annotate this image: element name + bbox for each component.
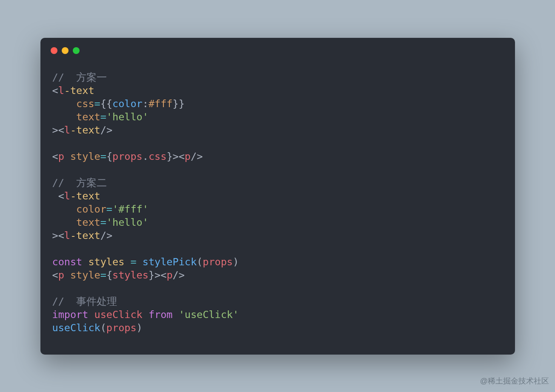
tag-text: -text [70, 190, 100, 202]
punct-slash: / [173, 269, 179, 281]
op-eq: = [100, 216, 106, 228]
punct-slash: / [100, 230, 106, 241]
op-eq: = [100, 269, 106, 281]
tag-l: l [64, 190, 70, 202]
punct-rb: } [149, 269, 154, 281]
tag-text: -text [70, 230, 100, 241]
tag-l: l [58, 85, 64, 97]
comment-slashes: // [52, 177, 77, 189]
punct-rp: ) [233, 256, 239, 268]
punct-lb: { [100, 98, 106, 110]
punct-lt: < [179, 151, 185, 162]
punct-lt: < [160, 269, 166, 281]
punct-slash: / [191, 151, 197, 162]
punct-rb: } [179, 98, 185, 110]
tag-p: p [185, 151, 191, 162]
fn-stylePick: stylePick [143, 256, 197, 268]
id-styles: styles [88, 256, 124, 268]
punct-sq: ' [106, 216, 112, 228]
comment-text: 方案二 [76, 177, 107, 189]
tag-l: l [64, 124, 70, 136]
tag-text: -text [70, 124, 100, 136]
punct-lt: < [52, 151, 58, 162]
indent [52, 203, 77, 215]
punct-sq: ' [143, 111, 149, 123]
op-eq: = [100, 151, 106, 162]
punct-sq: ' [112, 203, 118, 215]
punct-gt: > [173, 151, 179, 162]
id-styles: styles [112, 269, 149, 281]
str-fff: #fff [118, 203, 143, 215]
attr-style: style [70, 151, 100, 162]
punct-rb: } [173, 98, 179, 110]
punct-lt: < [52, 269, 58, 281]
punct-gt: > [179, 269, 185, 281]
attr-css: css [76, 98, 94, 110]
str-useClick: useClick [185, 309, 233, 321]
kw-const: const [52, 256, 83, 268]
punct-lt: < [58, 124, 64, 136]
punct-dot: . [143, 151, 149, 162]
code-window: // 方案一 <l-text css={{color:#fff}} text='… [40, 38, 515, 355]
indent [52, 111, 77, 123]
traffic-lights [51, 47, 503, 54]
punct-sq: ' [143, 216, 149, 228]
punct-lb: { [106, 151, 112, 162]
comment-text: 事件处理 [76, 295, 117, 307]
punct-lp: ( [197, 256, 203, 268]
attr-text: text [76, 216, 100, 228]
tag-l: l [64, 230, 70, 241]
str-hello: hello [112, 216, 143, 228]
kw-import: import [52, 309, 89, 321]
punct-slash: / [100, 124, 106, 136]
code-block: // 方案一 <l-text css={{color:#fff}} text='… [52, 71, 503, 335]
comment-slashes: // [52, 295, 77, 307]
punct-sq: ' [233, 309, 239, 321]
punct-sq: ' [179, 309, 185, 321]
fn-useClick: useClick [52, 322, 100, 334]
punct-lb: { [106, 269, 112, 281]
id-props: props [106, 322, 137, 334]
tag-p: p [58, 269, 64, 281]
punct-gt: > [52, 124, 58, 136]
punct-sq: ' [143, 203, 149, 215]
punct-lt: < [58, 230, 64, 241]
punct-lb: { [106, 98, 112, 110]
val-fff: #fff [149, 98, 173, 110]
punct-gt: > [106, 124, 112, 136]
id-props: props [203, 256, 233, 268]
punct-rp: ) [137, 322, 143, 334]
minimize-icon[interactable] [62, 47, 69, 54]
watermark: @稀土掘金技术社区 [480, 376, 549, 386]
comment-slashes: // [52, 71, 77, 83]
id-color: color [112, 98, 143, 110]
punct-gt: > [154, 269, 160, 281]
indent [52, 216, 77, 228]
tag-p: p [58, 151, 64, 162]
attr-text: text [76, 111, 100, 123]
punct-sq: ' [106, 111, 112, 123]
punct-colon: : [143, 98, 149, 110]
op-eq: = [94, 98, 100, 110]
op-eq: = [106, 203, 112, 215]
id-css: css [149, 151, 166, 162]
punct-gt: > [52, 230, 58, 241]
indent [52, 98, 77, 110]
punct-gt: > [106, 230, 112, 241]
comment-text: 方案一 [76, 71, 107, 83]
attr-style: style [70, 269, 100, 281]
punct-lp: ( [100, 322, 106, 334]
id-props: props [112, 151, 143, 162]
punct-gt: > [197, 151, 203, 162]
str-hello: hello [112, 111, 143, 123]
close-icon[interactable] [51, 47, 57, 54]
op-eq: = [130, 256, 136, 268]
tag-text: -text [64, 85, 94, 97]
punct-rb: } [166, 151, 172, 162]
indent [52, 190, 58, 202]
maximize-icon[interactable] [73, 47, 80, 54]
tag-p: p [166, 269, 172, 281]
id-useClick: useClick [94, 309, 143, 321]
kw-from: from [149, 309, 173, 321]
punct-lt: < [52, 85, 58, 97]
